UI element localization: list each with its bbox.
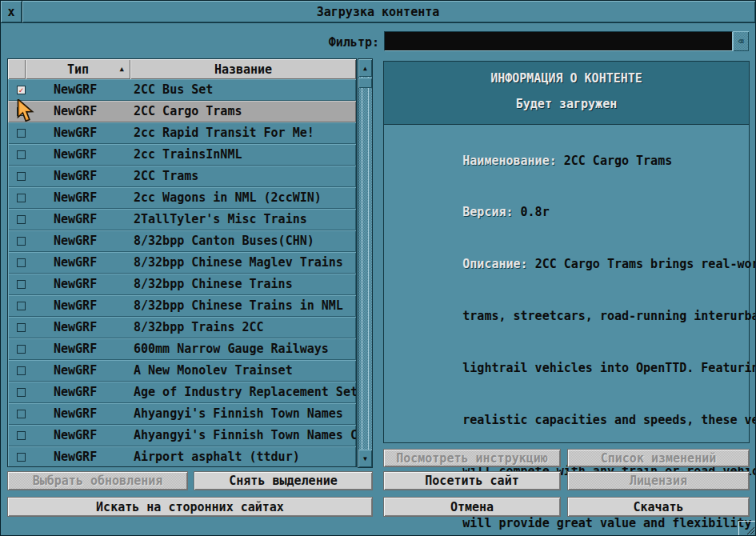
scroll-down-button[interactable]: ▼ — [358, 450, 372, 467]
row-name: A New Monolev Trainset — [134, 363, 293, 378]
visit-website-button[interactable]: Посетить сайт — [383, 471, 561, 490]
download-button[interactable]: Скачать — [567, 497, 750, 517]
row-checkbox[interactable] — [17, 366, 26, 375]
header-type-label: Тип — [67, 62, 89, 77]
row-checkbox[interactable]: ✓ — [17, 107, 26, 116]
header-type-column[interactable]: Тип ▲ — [26, 59, 130, 79]
close-button[interactable]: x — [1, 1, 22, 22]
content-row[interactable]: NewGRF 2cc Wagons in NML (2ccWIN) — [8, 187, 356, 209]
row-name: 8/32bpp Chinese Trains — [134, 277, 293, 291]
changelog-button[interactable]: Список изменений — [567, 449, 750, 467]
info-line-label: Описание: — [462, 257, 534, 271]
content-row[interactable]: NewGRF 2cc TrainsInNML — [8, 144, 356, 166]
content-row[interactable]: ✓ NewGRF 2CC Bus Set — [8, 79, 356, 101]
info-line-value: 2CC Cargo Trams — [564, 154, 672, 168]
row-type: NewGRF — [54, 385, 97, 399]
content-row[interactable]: NewGRF Ahyangyi's Finnish Town Names — [8, 403, 356, 425]
row-checkbox[interactable] — [17, 237, 26, 246]
list-rows: ✓ NewGRF 2CC Bus Set ✓ NewGRF 2CC Cargo … — [8, 79, 356, 467]
scrollbar-thumb[interactable] — [358, 78, 372, 88]
title-panel[interactable] — [22, 1, 755, 22]
content-row[interactable]: ✓ NewGRF 2CC Cargo Trams — [8, 101, 356, 122]
content-row[interactable]: NewGRF A New Monolev Trainset — [8, 360, 356, 382]
row-type: NewGRF — [54, 82, 97, 97]
header-name-label: Название — [214, 62, 272, 77]
content-row[interactable]: NewGRF 600mm Narrow Gauge Railways — [8, 338, 356, 360]
search-external-button[interactable]: Искать на сторонних сайтах — [7, 497, 373, 517]
content-download-window: x Загрузка контента Фильтр: ⌫ Тип ▲ Назв… — [0, 0, 756, 536]
row-checkbox[interactable] — [17, 431, 26, 440]
info-status: Будет загружен — [384, 97, 749, 111]
list-scrollbar[interactable]: ▲ ▼ — [358, 58, 373, 468]
row-name: 8/32bpp Chinese Maglev Trains — [134, 255, 343, 270]
header-checkbox-column[interactable] — [8, 59, 26, 79]
row-type: NewGRF — [54, 212, 97, 226]
row-name: 8/32bpp Trains 2CC — [134, 320, 264, 334]
filter-input[interactable] — [384, 31, 733, 51]
content-row[interactable]: NewGRF 2cc Rapid Transit For Me! — [8, 122, 356, 144]
row-name: 2CC Bus Set — [134, 82, 213, 97]
row-checkbox[interactable] — [17, 129, 26, 138]
content-row[interactable]: NewGRF Airport asphalt (ttdur) — [8, 446, 356, 467]
row-checkbox[interactable] — [17, 172, 26, 181]
content-row[interactable]: NewGRF 8/32bpp Chinese Maglev Trains — [8, 252, 356, 274]
content-row[interactable]: NewGRF 8/32bpp Chinese Trains in NML — [8, 295, 356, 317]
resize-grip[interactable] — [738, 521, 755, 535]
info-line-value: 2CC Cargo Trams brings real-world — [535, 257, 756, 271]
row-checkbox[interactable] — [17, 258, 26, 267]
row-type: NewGRF — [54, 363, 97, 378]
row-checkbox[interactable] — [17, 280, 26, 289]
content-row[interactable]: NewGRF 2CC Trams — [8, 166, 356, 187]
row-name: Ahyangyi's Finnish Town Names C — [134, 428, 357, 442]
scroll-up-button[interactable]: ▲ — [358, 59, 372, 77]
content-row[interactable]: NewGRF 8/32bpp Chinese Trains — [8, 274, 356, 295]
row-checkbox[interactable] — [17, 194, 26, 202]
info-header: ИНФОРМАЦИЯ О КОНТЕНТЕ Будет загружен — [384, 62, 749, 125]
clear-backspace-icon: ⌫ — [738, 36, 743, 47]
info-line: Описание: 2CC Cargo Trams brings real-wo… — [390, 239, 749, 291]
row-name: 8/32bpp Canton Buses(CHN) — [134, 234, 314, 248]
info-line-label: Наименование: — [462, 154, 563, 168]
view-readme-button[interactable]: Посмотреть инструкцию — [383, 449, 561, 467]
row-checkbox[interactable] — [17, 302, 26, 310]
content-row[interactable]: NewGRF 8/32bpp Trains 2CC — [8, 317, 356, 338]
row-checkbox[interactable] — [17, 453, 26, 462]
row-checkbox[interactable] — [17, 388, 26, 397]
unselect-all-button[interactable]: Снять выделение — [194, 471, 373, 490]
license-button[interactable]: Лицензия — [567, 471, 750, 490]
content-list: Тип ▲ Название ✓ NewGRF 2CC Bus Set ✓ Ne… — [7, 58, 357, 467]
content-row[interactable]: NewGRF 8/32bpp Canton Buses(CHN) — [8, 230, 356, 252]
row-name: 2CC Trams — [134, 169, 198, 183]
row-type: NewGRF — [54, 342, 97, 356]
row-checkbox[interactable] — [17, 150, 26, 159]
content-row[interactable]: NewGRF 2TallTyler's Misc Trains — [8, 209, 356, 230]
row-type: NewGRF — [54, 277, 97, 291]
row-name: Age of Industry Replacement Set — [134, 385, 357, 399]
close-icon: x — [7, 5, 14, 19]
row-type: NewGRF — [54, 298, 97, 313]
row-name: 2CC Cargo Trams — [134, 104, 242, 118]
row-type: NewGRF — [54, 450, 97, 464]
row-type: NewGRF — [54, 147, 97, 162]
row-type: NewGRF — [54, 190, 97, 205]
row-name: 2TallTyler's Misc Trains — [134, 212, 307, 226]
header-name-column[interactable]: Название — [130, 59, 356, 79]
row-checkbox[interactable] — [17, 323, 26, 332]
content-row[interactable]: NewGRF Age of Industry Replacement Set — [8, 382, 356, 403]
info-line: Версия: 0.8r — [390, 187, 749, 239]
row-checkbox[interactable] — [17, 215, 26, 224]
row-checkbox[interactable]: ✓ — [17, 86, 26, 94]
row-checkbox[interactable] — [17, 410, 26, 418]
info-line-value: will provide great value and flexibility… — [462, 516, 756, 530]
list-header: Тип ▲ Название — [8, 59, 356, 79]
info-line: trams, streetcars, road-running interurb… — [390, 290, 749, 342]
row-type: NewGRF — [54, 255, 97, 270]
select-updates-button[interactable]: Выбрать обновления — [7, 471, 188, 490]
content-row[interactable]: NewGRF Ahyangyi's Finnish Town Names C — [8, 425, 356, 446]
filter-clear-button[interactable]: ⌫ — [733, 31, 749, 51]
row-name: 2cc Rapid Transit For Me! — [134, 126, 314, 140]
row-checkbox[interactable] — [17, 345, 26, 354]
row-type: NewGRF — [54, 126, 97, 140]
cancel-button[interactable]: Отмена — [383, 497, 561, 517]
row-type: NewGRF — [54, 320, 97, 334]
